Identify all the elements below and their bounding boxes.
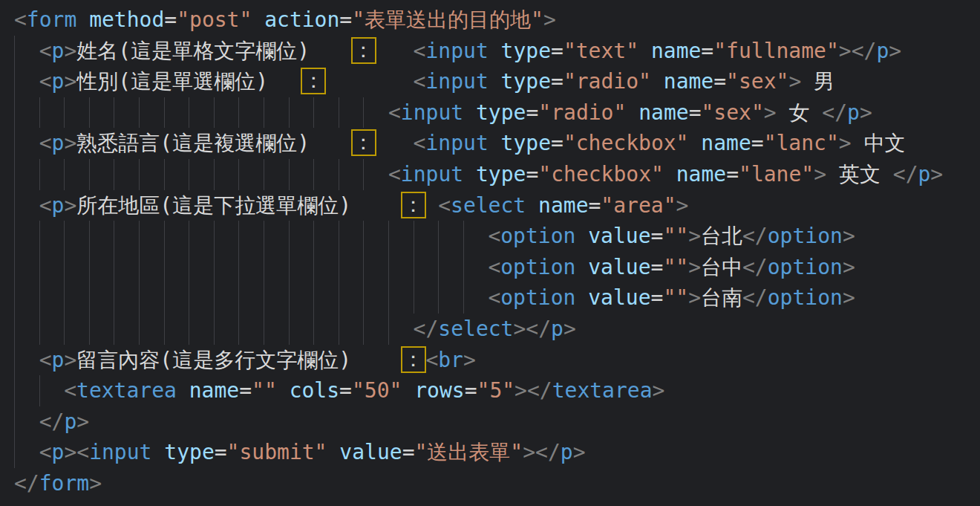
code-segment: <select name="area">	[438, 190, 688, 221]
indent-guide	[39, 97, 40, 129]
code-token: <	[438, 193, 451, 218]
code-line-9[interactable]: <option value="">台中</option>	[0, 252, 980, 283]
code-token: >	[89, 471, 102, 496]
code-token: =	[701, 39, 713, 63]
code-token: <	[39, 348, 52, 372]
indent-guide	[339, 314, 339, 345]
code-token: value	[327, 440, 402, 464]
code-token: <	[414, 39, 426, 63]
code-token: rows	[402, 378, 464, 403]
code-token: <	[14, 7, 27, 32]
indent-guide	[14, 282, 15, 314]
code-line-3[interactable]: <p>性別(這是單選欄位)：<input type="radio" name="…	[0, 66, 980, 97]
code-token: =	[689, 100, 702, 125]
indent-guide	[289, 314, 290, 345]
code-token: name	[638, 39, 701, 63]
indent-guide	[64, 252, 65, 283]
code-line-14[interactable]: </p>	[0, 406, 980, 438]
code-line-15[interactable]: <p><input type="submit" value="送出表單"></p…	[0, 437, 980, 468]
code-token: =	[651, 285, 664, 310]
code-token: "50"	[352, 378, 402, 403]
code-token: ""	[252, 378, 277, 403]
code-token: input	[89, 440, 151, 464]
code-token: >	[843, 285, 855, 310]
indent-guide	[289, 282, 290, 314]
code-token: ><	[64, 440, 89, 464]
code-token: ></	[514, 378, 552, 403]
code-line-16[interactable]: </form>	[0, 468, 980, 499]
indent-guide	[339, 97, 339, 129]
indent-guide	[89, 314, 90, 345]
code-line-5[interactable]: <p>熟悉語言(這是複選欄位)：<input type="checkbox" n…	[0, 128, 980, 159]
code-token: </	[414, 317, 439, 341]
code-token: p	[52, 39, 65, 63]
code-token: ></	[513, 317, 551, 341]
indent-guide	[463, 282, 464, 314]
code-segment: </select></p>	[414, 314, 576, 345]
code-line-1[interactable]: <form method="post" action="表單送出的目的地">	[0, 4, 980, 36]
indent-guide	[64, 97, 65, 129]
indent-guide	[363, 314, 364, 345]
code-line-4[interactable]: <input type="radio" name="sex"> 女 </p>	[0, 97, 980, 129]
indent-guide	[14, 314, 15, 345]
indent-guide	[264, 252, 264, 283]
code-token: =	[751, 131, 764, 155]
code-token	[14, 440, 39, 464]
code-segment: </form>	[14, 468, 102, 499]
indent-guide	[189, 221, 189, 252]
indent-guide	[363, 221, 364, 252]
indent-guide	[313, 221, 314, 252]
indent-guide	[64, 221, 65, 252]
code-segment: <textarea name="" cols="50" rows="5"></t…	[64, 375, 664, 406]
code-token: ""	[663, 255, 688, 279]
code-token: name	[626, 100, 688, 125]
code-line-12[interactable]: <p>留言內容(這是多行文字欄位)：<br>	[0, 345, 980, 376]
code-token: 所在地區(這是下拉選單欄位)	[76, 193, 351, 218]
code-token: 留言內容(這是多行文字欄位)	[76, 348, 351, 372]
indent-guide	[189, 159, 189, 190]
code-token: option	[500, 255, 575, 279]
code-editor[interactable]: <form method="post" action="表單送出的目的地"> <…	[0, 0, 980, 506]
code-line-2[interactable]: <p>姓名(這是單格文字欄位)：<input type="text" name=…	[0, 36, 980, 67]
code-token: ></	[839, 39, 877, 63]
code-token: =	[339, 7, 352, 32]
code-line-7[interactable]: <p>所在地區(這是下拉選單欄位)：<select name="area">	[0, 190, 980, 221]
unicode-highlight-colon: ：	[351, 37, 376, 64]
code-token: "sex"	[726, 69, 788, 94]
code-token: p	[918, 162, 931, 186]
code-token: type	[489, 69, 551, 94]
code-token: </	[822, 100, 847, 125]
code-token: <	[388, 162, 401, 186]
code-segment: <p>姓名(這是單格文字欄位)	[14, 36, 310, 67]
code-line-13[interactable]: <textarea name="" cols="50" rows="5"></t…	[0, 375, 980, 406]
unicode-highlight-colon: ：	[351, 129, 376, 156]
indent-guide	[238, 159, 239, 190]
indent-guide	[313, 314, 314, 345]
code-line-10[interactable]: <option value="">台南</option>	[0, 282, 980, 314]
code-token: =	[164, 7, 177, 32]
code-token: form	[27, 7, 76, 32]
code-token: textarea	[552, 378, 653, 403]
code-line-8[interactable]: <option value="">台北</option>	[0, 221, 980, 252]
code-segment: <p>所在地區(這是下拉選單欄位)	[14, 190, 351, 221]
code-token: 台南	[701, 285, 742, 310]
code-token: 台北	[701, 224, 742, 248]
indent-guide	[388, 252, 389, 283]
indent-guide	[414, 282, 414, 314]
indent-guide	[164, 314, 165, 345]
code-token: input	[401, 162, 463, 186]
indent-guide	[89, 252, 90, 283]
code-line-6[interactable]: <input type="checkbox" name="lane"> 英文 <…	[0, 159, 980, 190]
code-token: br	[438, 348, 463, 372]
code-token: >	[573, 440, 586, 464]
code-segment: <input type="checkbox" name="lane"> 英文 <…	[388, 159, 943, 190]
code-token: <	[39, 193, 52, 218]
code-segment: <p>留言內容(這是多行文字欄位)	[14, 345, 351, 376]
code-token: "表單送出的目的地"	[352, 7, 543, 32]
code-token: "radio"	[564, 69, 651, 94]
indent-guide	[189, 282, 189, 314]
code-line-11[interactable]: </select></p>	[0, 314, 980, 345]
code-token: <	[414, 69, 426, 94]
code-token: input	[401, 100, 463, 125]
code-token	[14, 69, 39, 94]
